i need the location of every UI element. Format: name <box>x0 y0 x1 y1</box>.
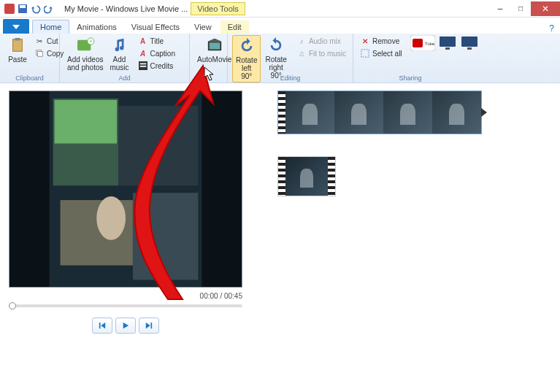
svg-rect-21 <box>445 47 450 50</box>
tab-visual-effects[interactable]: Visual Effects <box>124 20 187 34</box>
group-automovie: AutoMovie <box>190 34 228 82</box>
next-frame-button[interactable] <box>139 318 159 334</box>
svg-marker-3 <box>12 25 20 29</box>
svg-rect-22 <box>461 36 477 47</box>
group-label-editing: Editing <box>228 74 353 82</box>
svg-point-30 <box>96 196 126 240</box>
add-music-label: Add music <box>110 55 129 72</box>
monitor2-share-icon[interactable] <box>460 35 479 54</box>
seek-thumb[interactable] <box>9 302 16 310</box>
rotate-right-icon <box>266 36 286 54</box>
help-icon[interactable]: ? <box>549 23 554 34</box>
paste-button[interactable]: Paste <box>4 35 31 65</box>
titlebar: My Movie - Windows Live Movie ... Video … <box>0 0 560 18</box>
quick-access-toolbar <box>0 4 58 14</box>
svg-rect-15 <box>209 42 220 49</box>
seek-bar[interactable] <box>9 304 242 307</box>
title-button[interactable]: A Title <box>136 35 177 47</box>
add-music-icon <box>110 36 130 54</box>
svg-rect-4 <box>13 39 23 52</box>
save-icon[interactable] <box>18 4 28 14</box>
group-label-clipboard: Clipboard <box>0 74 59 82</box>
maximize-button[interactable]: □ <box>510 1 531 16</box>
svg-text:+: + <box>89 38 92 45</box>
credits-button[interactable]: Credits <box>136 60 177 72</box>
add-music-button[interactable]: Add music <box>107 35 133 73</box>
automovie-label: AutoMovie <box>197 55 231 64</box>
add-videos-label: Add videos and photos <box>67 55 104 72</box>
clip-frame <box>383 91 432 134</box>
timeline-clip[interactable] <box>277 91 482 134</box>
tab-strip: Home Animations Visual Effects View Edit… <box>0 18 560 34</box>
timeline-pane[interactable] <box>270 83 560 392</box>
svg-marker-33 <box>101 323 105 328</box>
minimize-button[interactable]: – <box>490 1 510 16</box>
add-videos-button[interactable]: + Add videos and photos <box>64 35 107 73</box>
paste-label: Paste <box>8 55 27 64</box>
svg-rect-0 <box>4 4 15 14</box>
close-button[interactable]: ✕ <box>531 1 560 16</box>
remove-button[interactable]: ✕ Remove <box>358 35 404 47</box>
monitor-share-icon[interactable] <box>438 35 457 54</box>
svg-rect-20 <box>440 36 456 47</box>
svg-rect-12 <box>139 64 146 65</box>
ribbon: Paste ✂ Cut Copy Clipboard + <box>0 34 560 83</box>
prev-frame-button[interactable] <box>92 318 112 334</box>
svg-rect-16 <box>361 50 369 57</box>
credits-icon <box>138 61 148 71</box>
playback-controls <box>9 318 242 334</box>
automovie-icon <box>204 36 225 54</box>
app-icon <box>4 4 15 14</box>
film-perforation-icon <box>278 157 285 196</box>
preview-pane: 00:00 / 00:45 <box>0 83 270 392</box>
copy-icon <box>34 48 45 58</box>
svg-rect-27 <box>55 100 117 144</box>
film-perforation-icon <box>278 91 285 134</box>
title-icon: A <box>138 36 148 46</box>
youtube-share-icon[interactable]: Tube <box>410 35 435 54</box>
fit-to-music-button[interactable]: ♫ Fit to music <box>294 47 348 59</box>
play-button[interactable] <box>115 318 136 334</box>
svg-text:Tube: Tube <box>425 42 435 46</box>
group-clipboard: Paste ✂ Cut Copy Clipboard <box>0 34 60 82</box>
svg-rect-35 <box>151 323 153 328</box>
film-perforation-icon <box>328 157 335 196</box>
caption-button[interactable]: A Caption <box>136 47 177 59</box>
group-editing: Rotate left 90° Rotate right 90° ♪ Audio… <box>228 34 353 82</box>
select-all-button[interactable]: Select all <box>358 47 404 59</box>
storyboard-thumb[interactable] <box>277 156 336 196</box>
svg-rect-32 <box>99 323 101 328</box>
group-add: + Add videos and photos Add music A Titl… <box>60 34 190 82</box>
tab-view[interactable]: View <box>187 20 219 34</box>
remove-icon: ✕ <box>360 36 370 46</box>
undo-icon[interactable] <box>31 4 41 14</box>
paste-icon <box>7 36 28 54</box>
video-tools-contextual-tab[interactable]: Video Tools <box>191 2 245 15</box>
svg-marker-36 <box>146 323 150 328</box>
tab-animations[interactable]: Animations <box>69 20 123 34</box>
svg-marker-34 <box>123 323 129 328</box>
tab-home[interactable]: Home <box>32 20 69 34</box>
tab-edit[interactable]: Edit <box>220 20 249 34</box>
redo-icon[interactable] <box>44 4 54 14</box>
svg-rect-18 <box>413 39 423 47</box>
cut-icon: ✂ <box>34 36 45 46</box>
svg-rect-5 <box>15 38 20 41</box>
add-videos-icon: + <box>75 36 96 54</box>
clip-frame <box>285 91 334 134</box>
preview-video[interactable] <box>9 91 242 288</box>
svg-rect-13 <box>139 66 146 67</box>
workspace: 00:00 / 00:45 <box>0 83 560 392</box>
svg-rect-7 <box>37 51 42 56</box>
window-controls: – □ ✕ <box>490 1 560 16</box>
caption-icon: A <box>138 48 148 58</box>
svg-rect-2 <box>20 5 26 8</box>
clip-frame <box>334 91 383 134</box>
group-label-sharing: Sharing <box>353 74 467 82</box>
app-menu-button[interactable] <box>3 19 29 34</box>
group-sharing: ✕ Remove Select all Tube <box>353 34 467 82</box>
fit-to-music-icon: ♫ <box>296 48 307 58</box>
audio-mix-button[interactable]: ♪ Audio mix <box>294 35 348 47</box>
svg-rect-23 <box>467 47 472 50</box>
group-label-add: Add <box>60 74 189 82</box>
